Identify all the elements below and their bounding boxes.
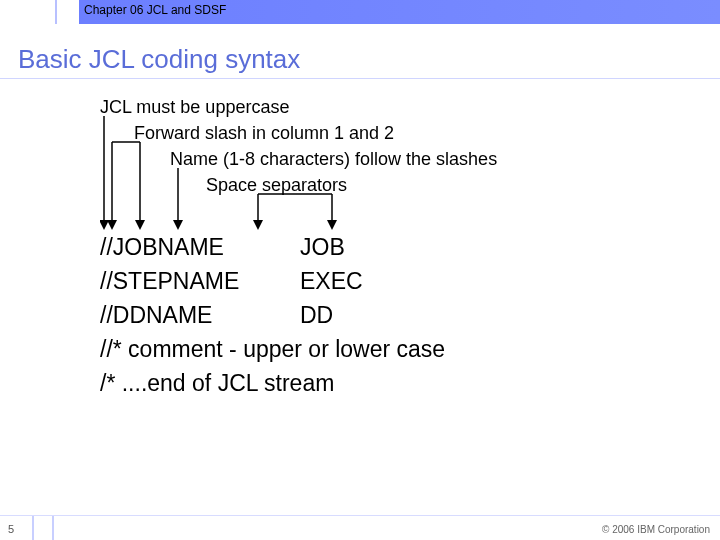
code-jobname: //JOBNAME <box>100 230 300 264</box>
rule-name: Name (1-8 characters) follow the slashes <box>170 146 640 172</box>
code-job-keyword: JOB <box>300 230 345 264</box>
code-line-step: //STEPNAME EXEC <box>100 264 445 298</box>
rule-space: Space separators <box>206 172 640 198</box>
code-stepname: //STEPNAME <box>100 264 300 298</box>
title-underline <box>0 78 720 79</box>
slide: Chapter 06 JCL and SDSF Basic JCL coding… <box>0 0 720 540</box>
rule-slash: Forward slash in column 1 and 2 <box>134 120 640 146</box>
jcl-code-block: //JOBNAME JOB //STEPNAME EXEC //DDNAME D… <box>100 230 445 400</box>
svg-marker-10 <box>327 220 337 230</box>
page-title: Basic JCL coding syntax <box>18 44 300 75</box>
footer-divider-1 <box>32 516 34 540</box>
header-left-gap <box>0 0 77 24</box>
svg-marker-8 <box>253 220 263 230</box>
svg-marker-4 <box>135 220 145 230</box>
code-ddname: //DDNAME <box>100 298 300 332</box>
svg-marker-3 <box>107 220 117 230</box>
page-number: 5 <box>8 523 14 535</box>
copyright-text: © 2006 IBM Corporation <box>602 524 710 535</box>
code-comment: //* comment - upper or lower case <box>100 332 445 366</box>
code-dd-keyword: DD <box>300 298 333 332</box>
svg-marker-13 <box>100 220 109 230</box>
svg-marker-6 <box>173 220 183 230</box>
code-line-dd: //DDNAME DD <box>100 298 445 332</box>
rule-uppercase: JCL must be uppercase <box>100 94 640 120</box>
code-line-comment: //* comment - upper or lower case <box>100 332 445 366</box>
code-line-job: //JOBNAME JOB <box>100 230 445 264</box>
header-divider-2 <box>77 0 79 24</box>
footer-bar: 5 © 2006 IBM Corporation <box>0 516 720 540</box>
code-line-end: /* ....end of JCL stream <box>100 366 445 400</box>
code-end: /* ....end of JCL stream <box>100 366 334 400</box>
footer-divider-2 <box>52 516 54 540</box>
chapter-label: Chapter 06 JCL and SDSF <box>84 3 226 17</box>
header-bar: Chapter 06 JCL and SDSF <box>0 0 720 24</box>
code-exec-keyword: EXEC <box>300 264 363 298</box>
rules-block: JCL must be uppercase Forward slash in c… <box>100 94 640 198</box>
header-divider-1 <box>55 0 57 24</box>
